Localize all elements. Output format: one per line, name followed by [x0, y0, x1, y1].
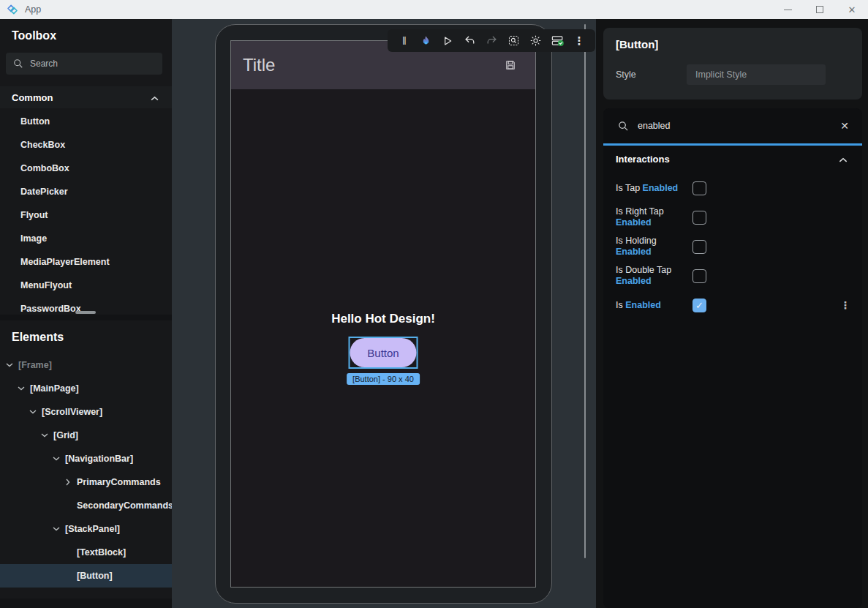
- window-titlebar: App ✕: [0, 0, 868, 19]
- search-icon: [618, 121, 629, 132]
- toolbox-item-list: Button CheckBox ComboBox DatePicker Flyo…: [0, 110, 172, 320]
- toolbox-item-flyout[interactable]: Flyout: [0, 203, 172, 227]
- theme-toggle-button[interactable]: [525, 31, 546, 51]
- devtools-connection-button[interactable]: [547, 31, 567, 51]
- style-input[interactable]: Implicit Style: [687, 64, 826, 85]
- tree-item-stackpanel[interactable]: [StackPanel]: [0, 517, 172, 541]
- hot-design-toolbar: ‖: [388, 29, 595, 52]
- chevron-down-icon[interactable]: [53, 457, 60, 461]
- flame-icon: [420, 34, 432, 48]
- toolbox-item-datepicker[interactable]: DatePicker: [0, 180, 172, 203]
- interactions-title: Interactions: [616, 154, 670, 165]
- button-selection-outline[interactable]: Button: [349, 337, 418, 369]
- toolbox-search[interactable]: [6, 53, 162, 75]
- is-holding-enabled-checkbox[interactable]: ✓: [692, 240, 706, 254]
- property-row-is-holding-enabled: Is Holding Enabled ✓: [603, 232, 862, 261]
- selected-element-title: [Button]: [603, 28, 862, 50]
- toolbar-drag-handle[interactable]: ‖: [393, 31, 414, 51]
- tree-item-grid[interactable]: [Grid]: [0, 424, 172, 447]
- play-button[interactable]: [437, 31, 458, 51]
- chevron-up-icon: [839, 152, 848, 165]
- maximize-icon: [816, 6, 823, 13]
- tree-item-navigationbar[interactable]: [NavigationBar]: [0, 447, 172, 470]
- maximize-button[interactable]: [804, 0, 836, 19]
- play-icon: [442, 35, 453, 47]
- style-label: Style: [616, 70, 636, 80]
- chevron-up-icon: [151, 91, 159, 104]
- chevron-down-icon[interactable]: [18, 386, 25, 391]
- chevron-down-icon[interactable]: [6, 363, 13, 367]
- toolbox-item-combobox[interactable]: ComboBox: [0, 157, 172, 180]
- undo-icon: [464, 34, 476, 47]
- chevron-down-icon[interactable]: [41, 433, 48, 438]
- property-row-is-enabled: Is Enabled ✓ ⋮: [603, 290, 862, 320]
- is-double-tap-enabled-checkbox[interactable]: ✓: [692, 269, 706, 283]
- search-focus-underline: [603, 143, 862, 146]
- sidebar-bottom-strip: [0, 598, 172, 608]
- chevron-right-icon[interactable]: [64, 480, 72, 484]
- toolbox-item-checkbox[interactable]: CheckBox: [0, 133, 172, 157]
- redo-button[interactable]: [481, 31, 502, 51]
- element-inspector-button[interactable]: [503, 31, 524, 51]
- check-icon: ✓: [695, 300, 703, 311]
- design-canvas[interactable]: Title Hello Hot Design! Button [Button] …: [172, 19, 596, 608]
- elements-title: Elements: [0, 320, 172, 351]
- property-row-is-double-tap-enabled: Is Double Tap Enabled ✓: [603, 261, 862, 290]
- window-title: App: [25, 4, 41, 15]
- button-element[interactable]: Button: [350, 338, 417, 367]
- toolbox-item-mediaplayerelement[interactable]: MediaPlayerElement: [0, 250, 172, 274]
- undo-button[interactable]: [459, 31, 480, 51]
- toolbox-scrollbar-thumb[interactable]: [75, 311, 96, 314]
- is-tap-enabled-checkbox[interactable]: ✓: [692, 181, 706, 195]
- inspect-element-icon: [507, 34, 520, 47]
- server-connected-icon: [551, 34, 565, 48]
- clear-search-icon[interactable]: ✕: [840, 120, 849, 132]
- toolbox-item-button[interactable]: Button: [0, 110, 172, 133]
- tree-item-textblock[interactable]: [TextBlock]: [0, 541, 172, 564]
- toolbox-search-input[interactable]: [30, 59, 147, 69]
- tree-item-secondarycommands[interactable]: SecondaryCommands: [0, 494, 172, 517]
- chevron-down-icon[interactable]: [53, 527, 60, 531]
- canvas-scrollbar[interactable]: [584, 24, 586, 558]
- selected-element-card: [Button] Style Implicit Style: [603, 28, 862, 100]
- chevron-down-icon[interactable]: [29, 410, 37, 414]
- nav-title-text[interactable]: Title: [243, 55, 275, 75]
- property-search-input[interactable]: [638, 121, 813, 131]
- search-icon: [13, 59, 23, 69]
- hot-design-flame-button[interactable]: [415, 31, 436, 51]
- panel-divider: [0, 315, 172, 320]
- selection-size-badge: [Button] - 90 x 40: [347, 373, 420, 385]
- is-right-tap-enabled-checkbox[interactable]: ✓: [692, 211, 706, 225]
- minimize-icon: [784, 10, 792, 10]
- toolbox-item-menuflyout[interactable]: MenuFlyout: [0, 274, 172, 297]
- toolbar-overflow-button[interactable]: ⋮: [569, 31, 589, 51]
- minimize-button[interactable]: [771, 0, 804, 19]
- tree-item-mainpage[interactable]: [MainPage]: [0, 377, 172, 400]
- tree-item-primarycommands[interactable]: PrimaryCommands: [0, 470, 172, 494]
- interactions-section-header[interactable]: Interactions: [603, 149, 862, 169]
- toolbox-section-common[interactable]: Common: [0, 86, 172, 108]
- textblock-element[interactable]: Hello Hot Design!: [231, 312, 535, 326]
- elements-tree: [Frame] [MainPage] [ScrollViewer] [Grid]…: [0, 353, 172, 588]
- close-icon: ✕: [848, 4, 856, 15]
- tree-item-button[interactable]: [Button]: [0, 564, 172, 588]
- properties-card: ✕ Interactions Is Tap Enabled ✓ Is Right…: [603, 108, 862, 608]
- is-enabled-checkbox[interactable]: ✓: [692, 299, 706, 312]
- property-row-is-tap-enabled: Is Tap Enabled ✓: [603, 173, 862, 203]
- section-label: Common: [12, 92, 53, 103]
- tree-item-frame[interactable]: [Frame]: [0, 353, 172, 377]
- properties-panel: [Button] Style Implicit Style ✕ Interact…: [596, 19, 868, 608]
- close-button[interactable]: ✕: [836, 0, 868, 19]
- device-frame: Title Hello Hot Design! Button [Button] …: [215, 24, 552, 604]
- save-icon[interactable]: [505, 59, 516, 71]
- property-options-icon[interactable]: ⋮: [837, 296, 853, 314]
- toolbox-title: Toolbox: [0, 19, 172, 50]
- toolbox-item-image[interactable]: Image: [0, 227, 172, 250]
- property-search[interactable]: ✕: [603, 108, 862, 143]
- sun-icon: [529, 34, 542, 47]
- redo-icon: [486, 34, 498, 47]
- tree-item-scrollviewer[interactable]: [ScrollViewer]: [0, 400, 172, 424]
- device-screen[interactable]: Title Hello Hot Design! Button [Button] …: [230, 40, 536, 588]
- interactions-rows: Is Tap Enabled ✓ Is Right Tap Enabled ✓ …: [603, 173, 862, 320]
- app-logo-icon: [6, 3, 19, 16]
